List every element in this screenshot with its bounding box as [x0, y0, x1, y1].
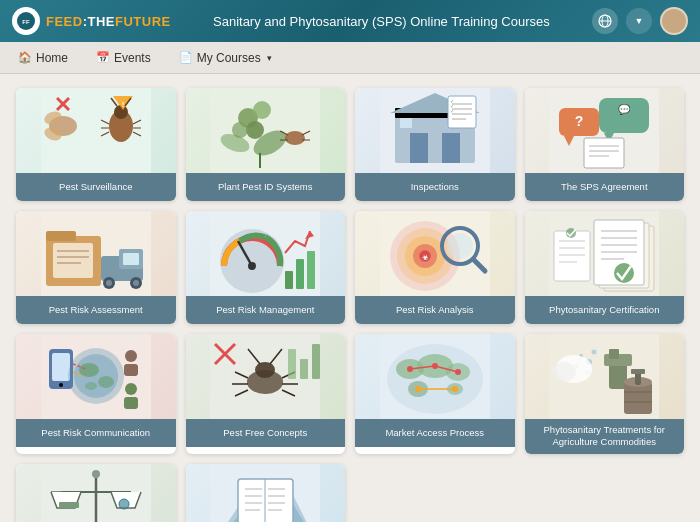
svg-rect-126 [124, 397, 138, 409]
svg-rect-82 [296, 259, 304, 289]
course-label-sps-agreement: The SPS Agreement [525, 173, 685, 201]
course-label-phyto-treatments: Phytosanitary Treatments for Agriculture… [525, 419, 685, 454]
svg-point-117 [74, 354, 118, 398]
svg-rect-23 [210, 88, 320, 173]
svg-point-155 [455, 369, 461, 375]
svg-rect-59 [584, 138, 624, 168]
svg-rect-65 [46, 231, 76, 241]
nav-events-label: Events [114, 51, 151, 65]
nav-home-label: Home [36, 51, 68, 65]
svg-point-168 [552, 362, 576, 382]
course-card-phyto-treatments[interactable]: Phytosanitary Treatments for Agriculture… [525, 334, 685, 454]
course-image-pest-risk-assessment [16, 211, 176, 296]
svg-point-26 [246, 121, 264, 139]
svg-point-119 [98, 376, 114, 388]
header-icons: ▼ [592, 7, 688, 35]
course-label-market-access: Market Access Process [355, 419, 515, 447]
logo-text: FEED:THEFUTURE [46, 14, 171, 29]
header: FF FEED:THEFUTURE Sanitary and Phytosani… [0, 0, 700, 42]
svg-point-120 [85, 382, 97, 390]
course-card-sps-review[interactable]: SPS Course Review [186, 464, 346, 522]
course-card-pest-surveillance[interactable]: ! Pest Surveillance [16, 88, 176, 201]
svg-rect-174 [631, 369, 645, 374]
svg-rect-83 [307, 251, 315, 289]
svg-rect-114 [52, 353, 70, 381]
course-card-pest-risk-management[interactable]: Pest Risk Management [186, 211, 346, 324]
home-icon: 🏠 [18, 51, 32, 64]
svg-rect-161 [609, 349, 619, 359]
logo: FF FEED:THEFUTURE [12, 7, 171, 35]
dropdown-arrow-icon[interactable]: ▼ [626, 8, 652, 34]
svg-point-115 [59, 383, 63, 387]
svg-point-164 [592, 350, 597, 355]
svg-point-129 [255, 362, 275, 378]
svg-rect-66 [53, 243, 93, 278]
course-card-market-access[interactable]: Market Access Process [355, 334, 515, 454]
nav-events[interactable]: 📅 Events [90, 47, 157, 69]
course-label-plant-pest-id: Plant Pest ID Systems [186, 173, 346, 201]
svg-text:✓: ✓ [450, 108, 454, 114]
svg-rect-106 [554, 231, 590, 281]
logo-emblem: FF [12, 7, 40, 35]
course-image-pest-free [186, 334, 346, 419]
svg-text:💬: 💬 [618, 103, 631, 116]
course-image-pest-risk-analysis: ☣ [355, 211, 515, 296]
svg-point-118 [79, 363, 99, 377]
course-image-inspections: ✓ ✓ ✓ [355, 88, 515, 173]
svg-point-80 [248, 262, 256, 270]
svg-rect-42 [400, 118, 412, 128]
course-label-pest-risk-analysis: Pest Risk Analysis [355, 296, 515, 324]
course-image-phytosanitary-cert [525, 211, 685, 296]
svg-point-123 [125, 350, 137, 362]
course-label-pest-free: Pest Free Concepts [186, 419, 346, 447]
svg-rect-40 [410, 133, 428, 163]
svg-text:☣: ☣ [422, 254, 429, 261]
nav-courses-label: My Courses [197, 51, 261, 65]
events-icon: 📅 [96, 51, 110, 64]
course-image-phyto-treatments [525, 334, 685, 419]
svg-point-156 [415, 386, 421, 392]
course-grid: ! Pest Surveillance Plant Pest ID System… [16, 88, 684, 522]
course-card-pest-risk-assessment[interactable]: Pest Risk Assessment [16, 211, 176, 324]
course-label-pest-surveillance: Pest Surveillance [16, 173, 176, 201]
svg-point-25 [253, 101, 271, 119]
course-image-ippc [16, 464, 176, 522]
svg-rect-124 [124, 364, 138, 376]
course-label-phytosanitary-cert: Phytosanitary Certification [525, 296, 685, 324]
course-label-pest-risk-management: Pest Risk Management [186, 296, 346, 324]
course-label-pest-risk-assessment: Pest Risk Assessment [16, 296, 176, 324]
course-card-pest-risk-analysis[interactable]: ☣ Pest Risk Analysis [355, 211, 515, 324]
course-card-ippc[interactable]: The IPPC and the Standard Setting Proces… [16, 464, 176, 522]
svg-point-76 [133, 280, 139, 286]
course-card-pest-risk-comm[interactable]: Pest Risk Communication [16, 334, 176, 454]
course-card-inspections[interactable]: ✓ ✓ ✓ Inspections [355, 88, 515, 201]
svg-text:?: ? [575, 113, 584, 129]
svg-rect-41 [442, 133, 460, 163]
svg-point-153 [407, 366, 413, 372]
svg-point-157 [452, 386, 458, 392]
course-card-pest-free[interactable]: Pest Free Concepts [186, 334, 346, 454]
svg-rect-142 [312, 344, 320, 379]
svg-point-183 [92, 470, 100, 478]
svg-point-125 [125, 383, 137, 395]
svg-rect-178 [59, 502, 79, 508]
svg-point-74 [106, 280, 112, 286]
course-card-plant-pest-id[interactable]: Plant Pest ID Systems [186, 88, 346, 201]
course-card-phytosanitary-cert[interactable]: Phytosanitary Certification [525, 211, 685, 324]
course-card-sps-agreement[interactable]: 💬 ? The SPS Agreement [525, 88, 685, 201]
navbar: 🏠 Home 📅 Events 📄 My Courses ▾ [0, 42, 700, 74]
nav-home[interactable]: 🏠 Home [12, 47, 74, 69]
svg-point-31 [285, 131, 305, 145]
courses-icon: 📄 [179, 51, 193, 64]
svg-rect-141 [300, 359, 308, 379]
course-label-pest-risk-comm: Pest Risk Communication [16, 419, 176, 447]
avatar[interactable] [660, 7, 688, 35]
course-image-sps-agreement: 💬 ? [525, 88, 685, 173]
svg-point-94 [447, 233, 473, 259]
svg-rect-140 [288, 349, 296, 379]
courses-dropdown-icon: ▾ [267, 53, 272, 63]
nav-my-courses[interactable]: 📄 My Courses ▾ [173, 47, 278, 69]
course-image-market-access [355, 334, 515, 419]
globe-icon-button[interactable] [592, 8, 618, 34]
course-grid-container: ! Pest Surveillance Plant Pest ID System… [0, 74, 700, 522]
